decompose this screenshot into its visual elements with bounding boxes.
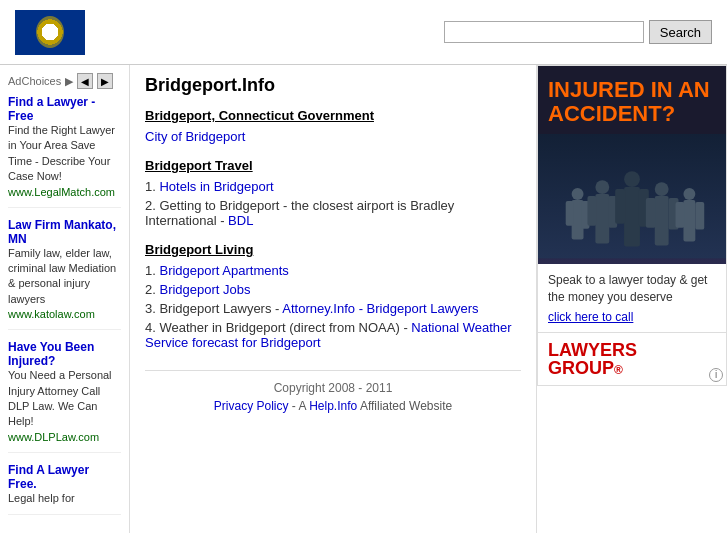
info-icon[interactable]: i — [709, 368, 723, 382]
apartments-link[interactable]: Bridgeport Apartments — [159, 263, 288, 278]
living-item-3-before: 3. Bridgeport Lawyers - — [145, 301, 282, 316]
svg-point-3 — [40, 20, 60, 44]
svg-rect-18 — [615, 189, 625, 224]
living-item-1: 1. Bridgeport Apartments — [145, 263, 521, 278]
lawyers-group-text: LAWYERS GROUP® — [548, 341, 716, 377]
ad-2-title[interactable]: Law Firm Mankato, MN — [8, 218, 116, 246]
govt-section: Bridgeport, Connecticut Government City … — [145, 108, 521, 144]
people-silhouette-svg — [538, 134, 726, 259]
ad-block-2: Law Firm Mankato, MN Family law, elder l… — [8, 218, 121, 331]
ad-2-url[interactable]: www.katolaw.com — [8, 308, 95, 320]
ad-1-desc: Find the Right Lawyer in Your Area Save … — [8, 124, 115, 182]
footer-area: Copyright 2008 - 2011 Privacy Policy - A… — [145, 370, 521, 413]
travel-heading: Bridgeport Travel — [145, 158, 521, 173]
svg-point-2 — [36, 16, 64, 48]
lawyers-group-logo: LAWYERS GROUP® — [538, 332, 726, 385]
page-header: CT Search — [0, 0, 727, 65]
registered-mark: ® — [614, 363, 623, 377]
living-heading: Bridgeport Living — [145, 242, 521, 257]
bdl-link[interactable]: BDL — [228, 213, 253, 228]
ad-block-1: Find a Lawyer - Free Find the Right Lawy… — [8, 95, 121, 208]
ad-3-title[interactable]: Have You Been Injured? — [8, 340, 94, 368]
call-link[interactable]: click here to call — [548, 310, 633, 324]
svg-rect-27 — [695, 202, 704, 230]
ad-choices-triangle: ▶ — [65, 75, 73, 88]
ad-prev-button[interactable]: ◀ — [77, 73, 93, 89]
svg-point-12 — [595, 181, 609, 195]
travel-section: Bridgeport Travel 1. Hotels in Bridgepor… — [145, 158, 521, 228]
svg-rect-21 — [655, 196, 669, 245]
footer-links: Privacy Policy - A Help.Info Affiliated … — [145, 399, 521, 413]
connecticut-flag: CT — [15, 10, 85, 55]
svg-point-24 — [683, 188, 695, 200]
travel-item-2: 2. Getting to Bridgeport - the closest a… — [145, 198, 521, 228]
ad-1-title[interactable]: Find a Lawyer - Free — [8, 95, 95, 123]
svg-rect-13 — [595, 194, 609, 243]
svg-point-20 — [655, 183, 669, 197]
ad-block-3: Have You Been Injured? You Need a Person… — [8, 340, 121, 453]
living-item-2: 2. Bridgeport Jobs — [145, 282, 521, 297]
ad-4-desc: Legal help for — [8, 492, 75, 504]
ad-1-url[interactable]: www.LegalMatch.com — [8, 186, 115, 198]
ad-banner: INJURED IN AN ACCIDENT? — [537, 65, 727, 386]
lawyers-link[interactable]: Attorney.Info - Bridgeport Lawyers — [282, 301, 478, 316]
group-text: GROUP — [548, 358, 614, 378]
injured-line2: ACCIDENT? — [548, 101, 675, 126]
search-input[interactable] — [444, 21, 644, 43]
travel-item-1: 1. Hotels in Bridgeport — [145, 179, 521, 194]
svg-point-8 — [572, 188, 584, 200]
ad-2-desc: Family law, elder law, criminal law Medi… — [8, 247, 116, 305]
logo-area: CT — [15, 10, 85, 55]
flag-svg: CT — [15, 10, 85, 55]
page-title: Bridgeport.Info — [145, 75, 521, 96]
ad-choices-label: AdChoices — [8, 75, 61, 87]
living-item-4-before: 4. Weather in Bridgeport (direct from NO… — [145, 320, 411, 335]
svg-rect-25 — [683, 200, 695, 242]
svg-point-16 — [624, 172, 640, 188]
svg-point-4 — [43, 25, 57, 39]
injured-line1: INJURED IN AN — [548, 77, 710, 102]
svg-rect-1 — [23, 13, 77, 52]
lawyers-text: LAWYERS — [548, 340, 637, 360]
help-link[interactable]: Help.Info — [309, 399, 357, 413]
footer-suffix: Affiliated Website — [360, 399, 452, 413]
hotels-link[interactable]: Hotels in Bridgeport — [159, 179, 273, 194]
living-item-3: 3. Bridgeport Lawyers - Attorney.Info - … — [145, 301, 521, 316]
living-item-4: 4. Weather in Bridgeport (direct from NO… — [145, 320, 521, 350]
footer-separator: - A — [292, 399, 309, 413]
city-of-bridgeport-link[interactable]: City of Bridgeport — [145, 129, 245, 144]
govt-heading: Bridgeport, Connecticut Government — [145, 108, 521, 123]
main-layout: AdChoices ▶ ◀ ▶ Find a Lawyer - Free Fin… — [0, 65, 727, 533]
search-button[interactable]: Search — [649, 20, 712, 44]
travel-item-2-before: 2. Getting to Bridgeport - the closest a… — [145, 198, 454, 228]
svg-rect-14 — [587, 196, 596, 226]
ad-3-desc: You Need a Personal Injury Attorney Call… — [8, 369, 112, 427]
ad-3-url[interactable]: www.DLPLaw.com — [8, 431, 99, 443]
injured-text: INJURED IN AN ACCIDENT? — [548, 78, 716, 126]
ad-banner-middle: Speak to a lawyer today & get the money … — [538, 264, 726, 332]
search-area: Search — [444, 20, 712, 44]
svg-rect-22 — [646, 198, 656, 228]
ad-banner-top: INJURED IN AN ACCIDENT? — [538, 66, 726, 134]
jobs-link[interactable]: Bridgeport Jobs — [159, 282, 250, 297]
svg-rect-17 — [624, 187, 640, 246]
ad-block-4: Find A Lawyer Free. Legal help for — [8, 463, 121, 515]
svg-rect-10 — [566, 201, 574, 226]
ad-next-button[interactable]: ▶ — [97, 73, 113, 89]
right-sidebar: INJURED IN AN ACCIDENT? — [537, 65, 727, 533]
privacy-link[interactable]: Privacy Policy — [214, 399, 289, 413]
svg-text:CT: CT — [45, 29, 57, 38]
svg-rect-26 — [676, 202, 685, 228]
copyright-text: Copyright 2008 - 2011 — [145, 381, 521, 395]
left-sidebar: AdChoices ▶ ◀ ▶ Find a Lawyer - Free Fin… — [0, 65, 130, 533]
ad-image-area — [538, 134, 726, 264]
living-section: Bridgeport Living 1. Bridgeport Apartmen… — [145, 242, 521, 350]
ad-4-title[interactable]: Find A Lawyer Free. — [8, 463, 89, 491]
speak-text: Speak to a lawyer today & get the money … — [548, 272, 716, 306]
ad-choices-header: AdChoices ▶ ◀ ▶ — [8, 73, 121, 89]
center-content: Bridgeport.Info Bridgeport, Connecticut … — [130, 65, 537, 533]
